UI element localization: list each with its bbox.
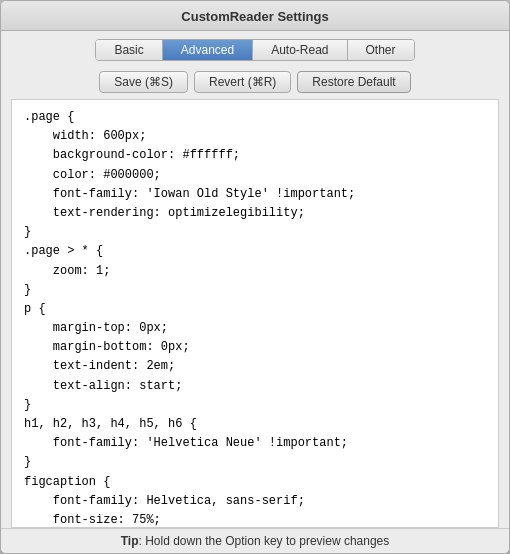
tab-other[interactable]: Other xyxy=(348,40,414,60)
tip-bar: Tip: Hold down the Option key to preview… xyxy=(1,528,509,553)
restore-default-button[interactable]: Restore Default xyxy=(297,71,410,93)
css-editor-area[interactable]: .page { width: 600px; background-color: … xyxy=(11,99,499,528)
tab-basic[interactable]: Basic xyxy=(96,40,162,60)
revert-button[interactable]: Revert (⌘R) xyxy=(194,71,291,93)
settings-window: CustomReader Settings Basic Advanced Aut… xyxy=(0,0,510,554)
tip-label: Tip xyxy=(121,534,139,548)
tab-group: Basic Advanced Auto-Read Other xyxy=(95,39,414,61)
title-bar: CustomReader Settings xyxy=(1,1,509,31)
window-title: CustomReader Settings xyxy=(181,9,328,24)
tab-auto-read[interactable]: Auto-Read xyxy=(253,40,347,60)
css-editor-content[interactable]: .page { width: 600px; background-color: … xyxy=(24,108,486,528)
tabs-row: Basic Advanced Auto-Read Other xyxy=(1,31,509,67)
tip-text: : Hold down the Option key to preview ch… xyxy=(138,534,389,548)
tab-advanced[interactable]: Advanced xyxy=(163,40,253,60)
toolbar: Save (⌘S) Revert (⌘R) Restore Default xyxy=(1,67,509,99)
save-button[interactable]: Save (⌘S) xyxy=(99,71,188,93)
